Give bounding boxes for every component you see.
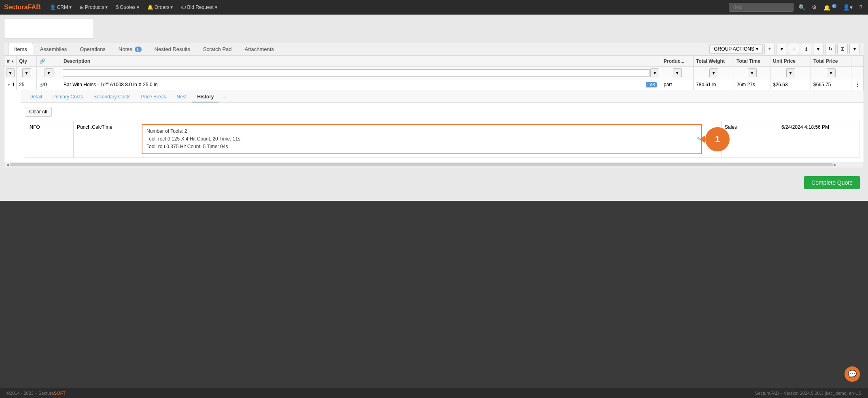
history-row: INFO Punch.CalcTime Number of Tools: 2 T… bbox=[25, 121, 860, 158]
gear-icon[interactable]: ⚙ bbox=[810, 3, 819, 11]
sub-tab-nest[interactable]: Nest bbox=[172, 92, 191, 102]
sub-tab-price-break[interactable]: Price Break bbox=[136, 92, 171, 102]
refresh-button[interactable]: ↻ bbox=[825, 44, 836, 54]
filter-input-description[interactable] bbox=[63, 69, 649, 77]
user-menu-icon[interactable]: 👤▾ bbox=[841, 3, 854, 11]
info-button[interactable]: ℹ bbox=[801, 44, 811, 54]
cell-number: ▼ 1 bbox=[4, 79, 17, 90]
info-line-2: Tool: rect 0.125 X 4 Hit Count: 20 Time:… bbox=[146, 135, 697, 143]
filter-total-price: ▼ bbox=[811, 67, 851, 79]
brand-logo[interactable]: SecturaFAB bbox=[4, 4, 41, 11]
filter-icon-product[interactable]: ▼ bbox=[673, 68, 682, 77]
more-button[interactable]: ▾ bbox=[849, 44, 860, 54]
filter-icon-description[interactable]: ▼ bbox=[650, 68, 659, 77]
page-area: Items Assemblies Operations Notes 0 Nest… bbox=[0, 15, 868, 201]
cell-total-weight: 784.61 lb bbox=[694, 79, 734, 90]
scroll-right-arrow[interactable]: ▶ bbox=[833, 163, 837, 167]
history-cell-source: Sales bbox=[722, 121, 778, 157]
scroll-left-arrow[interactable]: ◀ bbox=[5, 163, 10, 167]
cell-total-time: 26m 27s bbox=[734, 79, 770, 90]
complete-quote-button[interactable]: Complete Quote bbox=[804, 176, 860, 189]
chevron-down-icon: ▾ bbox=[170, 4, 173, 10]
sub-tab-history[interactable]: History bbox=[192, 92, 219, 102]
col-description: Description bbox=[61, 56, 73, 66]
filter-total-weight: ▼ bbox=[694, 67, 734, 79]
table-header-row: # ▲ Qty 🔗 Description Produc... Total We… bbox=[4, 56, 864, 67]
history-info-box: Number of Tools: 2 Tool: rect 0.125 X 4 … bbox=[142, 124, 702, 154]
tab-nested-results[interactable]: Nested Results bbox=[149, 43, 196, 55]
row-menu-icon[interactable]: ⋮ bbox=[855, 82, 860, 87]
help-question-icon[interactable]: ? bbox=[857, 3, 864, 11]
filter-button[interactable]: ▼ bbox=[813, 44, 823, 54]
filter-product: ▼ bbox=[661, 67, 694, 79]
nav-quotes[interactable]: $ Quotes ▾ bbox=[112, 3, 142, 12]
chevron-down-icon: ▾ bbox=[215, 4, 217, 10]
sub-tab-secondary-costs[interactable]: Secondary Costs bbox=[89, 92, 135, 102]
history-cell-edit[interactable]: ✎ 1 bbox=[705, 121, 722, 157]
chevron-down-icon: ▾ bbox=[69, 4, 72, 10]
sub-tab-detail[interactable]: Detail bbox=[25, 92, 47, 102]
link-count-icon: 🔗 bbox=[39, 83, 44, 87]
brand-name-part2: FAB bbox=[28, 4, 41, 11]
group-actions-button[interactable]: GROUP ACTIONS ▾ bbox=[709, 44, 763, 54]
scroll-bar-track[interactable] bbox=[10, 163, 833, 166]
nav-orders[interactable]: 🔔 Orders ▾ bbox=[144, 3, 176, 12]
filter-icon-weight[interactable]: ▼ bbox=[709, 68, 718, 77]
cell-row-menu[interactable]: ⋮ bbox=[851, 79, 864, 90]
tab-scratch-pad[interactable]: Scratch Pad bbox=[197, 43, 238, 55]
tab-operations[interactable]: Operations bbox=[74, 43, 112, 55]
nav-right-section: 🔍 ⚙ 🔔 0 👤▾ ? bbox=[729, 3, 864, 12]
filter-icon-link[interactable]: ▼ bbox=[45, 68, 53, 77]
col-total-time: Total Time bbox=[734, 56, 770, 66]
cell-total-price: $665.75 bbox=[811, 79, 851, 90]
cell-link: 🔗 0 bbox=[37, 79, 61, 90]
remove-row-button[interactable]: − bbox=[789, 44, 799, 54]
grid-view-button[interactable]: ⊞ bbox=[837, 44, 848, 54]
tab-attachments[interactable]: Attachments bbox=[239, 43, 280, 55]
col-total-price: Total Price bbox=[811, 56, 851, 66]
col-qty: Qty bbox=[17, 56, 37, 66]
complete-quote-section: Complete Quote bbox=[4, 168, 864, 193]
nav-products[interactable]: ⊞ Products ▾ bbox=[76, 3, 111, 12]
col-description-main bbox=[73, 56, 661, 66]
sub-tab-more[interactable]: ··· bbox=[219, 92, 229, 102]
sort-up-icon[interactable]: ▲ bbox=[11, 59, 15, 63]
person-icon: 👤 bbox=[50, 4, 56, 10]
tab-notes[interactable]: Notes 0 bbox=[112, 43, 148, 55]
horizontal-scrollbar[interactable]: ◀ ▶ bbox=[4, 162, 864, 168]
history-cell-info: Number of Tools: 2 Tool: rect 0.125 X 4 … bbox=[138, 121, 705, 157]
link-icon: 🔗 bbox=[39, 58, 45, 64]
sub-tab-primary-costs[interactable]: Primary Costs bbox=[48, 92, 88, 102]
add-dropdown-button[interactable]: ▾ bbox=[777, 44, 787, 54]
info-line-1: Number of Tools: 2 bbox=[146, 128, 697, 135]
filter-icon-unit-price[interactable]: ▼ bbox=[786, 68, 795, 77]
tab-actions: GROUP ACTIONS ▾ + ▾ − ℹ ▼ ↻ ⊞ ▾ bbox=[709, 44, 860, 54]
clear-all-button[interactable]: Clear All bbox=[25, 107, 52, 117]
las-badge: LAS bbox=[646, 82, 657, 87]
cell-description: Bar With Holes - 1/2" A1008 8.0 in X 25.… bbox=[61, 79, 661, 90]
notification-icon[interactable]: 🔔 0 bbox=[822, 3, 838, 12]
tag-icon: 🏷 bbox=[181, 4, 186, 10]
cell-unit-price: $26.63 bbox=[770, 79, 811, 90]
chevron-down-icon: ▾ bbox=[105, 4, 108, 10]
row-collapse-icon[interactable]: ▼ bbox=[7, 83, 11, 87]
filter-icon-number[interactable]: ▼ bbox=[6, 68, 15, 77]
bell-icon: 🔔 bbox=[147, 4, 153, 10]
help-input[interactable] bbox=[729, 3, 794, 12]
nav-bid-request[interactable]: 🏷 Bid Request ▾ bbox=[178, 3, 220, 12]
filter-icon-qty[interactable]: ▼ bbox=[22, 68, 31, 77]
info-line-3: Tool: rou 0.375 Hit Count: 5 Time: 04s bbox=[146, 143, 697, 151]
chevron-down-icon: ▾ bbox=[137, 4, 139, 10]
tab-items[interactable]: Items bbox=[8, 43, 33, 55]
cell-product: part bbox=[661, 79, 694, 90]
grid-icon: ⊞ bbox=[80, 4, 84, 10]
filter-icon-time[interactable]: ▼ bbox=[748, 68, 757, 77]
filter-icon-total-price[interactable]: ▼ bbox=[827, 68, 836, 77]
nav-crm[interactable]: 👤 CRM ▾ bbox=[47, 3, 75, 12]
chevron-down-icon: ▾ bbox=[756, 46, 758, 52]
tab-assemblies[interactable]: Assemblies bbox=[34, 43, 73, 55]
add-row-button[interactable]: + bbox=[764, 44, 775, 54]
search-icon[interactable]: 🔍 bbox=[797, 3, 807, 11]
table-row: ▼ 1 25 🔗 0 Bar With Holes - 1/2" A1008 8… bbox=[4, 79, 864, 90]
brand-name-part1: Sectura bbox=[4, 4, 28, 11]
